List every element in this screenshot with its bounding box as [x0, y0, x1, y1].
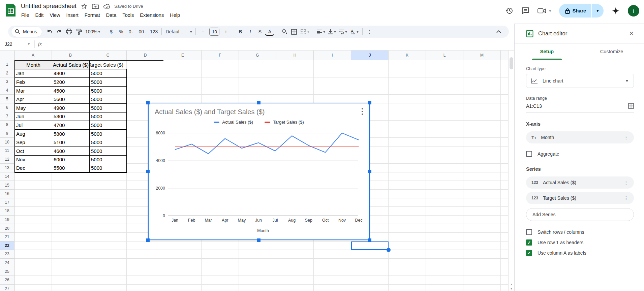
row-header-9[interactable]: 9 — [0, 129, 14, 138]
cell-C11[interactable]: 5000 — [89, 147, 127, 155]
series-options-icon[interactable]: ⋮ — [622, 195, 631, 201]
chart-resize-handle[interactable] — [146, 170, 150, 173]
row-header-3[interactable]: 3 — [0, 77, 14, 86]
close-icon[interactable]: ✕ — [628, 29, 635, 38]
row-header-1[interactable]: 1 — [0, 60, 14, 69]
row-header-14[interactable]: 14 — [0, 172, 14, 181]
menu-tools[interactable]: Tools — [119, 11, 137, 19]
zoom-select[interactable]: 100%▾ — [84, 27, 101, 36]
row-header-4[interactable]: 4 — [0, 86, 14, 95]
strikethrough-button[interactable]: S — [255, 27, 265, 36]
merge-cells-button[interactable]: ▾ — [299, 27, 310, 36]
series-options-icon[interactable]: ⋮ — [622, 180, 631, 185]
menu-extensions[interactable]: Extensions — [137, 11, 167, 19]
scrollbar-thumb[interactable] — [510, 57, 513, 69]
menu-view[interactable]: View — [47, 11, 63, 19]
decrease-decimals-button[interactable]: .0← — [126, 27, 136, 36]
cell-C5[interactable]: 5000 — [89, 95, 127, 103]
cell-C4[interactable]: 5000 — [89, 86, 127, 95]
undo-button[interactable] — [45, 27, 54, 36]
chart-resize-handle[interactable] — [368, 170, 371, 173]
share-button[interactable]: Share ▼ — [559, 4, 604, 18]
cell-B5[interactable]: 5600 — [52, 95, 89, 103]
cell-B1[interactable]: Actual Sales ($) — [52, 60, 89, 69]
borders-button[interactable] — [289, 27, 299, 36]
avatar[interactable]: I — [628, 5, 639, 17]
row-header-10[interactable]: 10 — [0, 138, 14, 147]
row-header-11[interactable]: 11 — [0, 147, 14, 155]
chart-more-options-icon[interactable] — [360, 107, 364, 116]
name-box[interactable]: J22▾ — [0, 41, 32, 47]
menu-edit[interactable]: Edit — [32, 11, 47, 19]
text-color-button[interactable]: A — [265, 28, 274, 36]
cell-A10[interactable]: Sep — [14, 138, 52, 147]
chart-resize-handle[interactable] — [146, 238, 150, 242]
row-header-20[interactable]: 20 — [0, 224, 14, 233]
embedded-chart[interactable]: 6000400020000JanFebMarAprMayJunJulAugSep… — [148, 103, 370, 240]
column-header-M[interactable]: M — [463, 51, 501, 60]
chart-type-caret-icon[interactable]: ▼ — [625, 79, 629, 83]
column-header-partial[interactable] — [501, 51, 508, 60]
cell-C7[interactable]: 5000 — [89, 112, 127, 121]
chart-resize-handle[interactable] — [257, 101, 260, 104]
active-cell-selection[interactable] — [351, 241, 389, 250]
italic-button[interactable]: I — [245, 27, 255, 36]
chart-resize-handle[interactable] — [368, 101, 371, 104]
column-header-A[interactable]: A — [14, 51, 52, 60]
move-to-folder-icon[interactable] — [92, 3, 99, 9]
gemini-sparkle-icon[interactable] — [612, 7, 620, 15]
name-box-caret-icon[interactable]: ▾ — [28, 42, 30, 46]
vertical-scrollbar[interactable]: ▲ ▼ — [508, 51, 514, 291]
text-wrap-button[interactable]: ▾ — [337, 27, 348, 36]
chart-resize-handle[interactable] — [257, 238, 260, 242]
tab-customize[interactable]: Customize — [579, 43, 644, 60]
cell-B6[interactable]: 4900 — [52, 103, 89, 112]
cell-B9[interactable]: 5800 — [52, 129, 89, 138]
menu-file[interactable]: File — [18, 11, 32, 19]
row-header-25[interactable]: 25 — [0, 267, 14, 276]
cell-C1[interactable]: Target Sales ($) — [89, 60, 163, 69]
cell-C2[interactable]: 5000 — [89, 69, 127, 78]
print-button[interactable] — [64, 27, 74, 36]
paint-format-button[interactable] — [74, 27, 84, 36]
row-header-21[interactable]: 21 — [0, 233, 14, 241]
cell-B10[interactable]: 5100 — [52, 138, 89, 147]
column-header-I[interactable]: I — [314, 51, 351, 60]
column-header-E[interactable]: E — [164, 51, 202, 60]
horizontal-align-button[interactable]: ▾ — [315, 27, 326, 36]
increase-font-size-button[interactable]: + — [221, 27, 231, 36]
cell-B11[interactable]: 4600 — [52, 147, 89, 155]
chart-resize-handle[interactable] — [368, 238, 371, 242]
document-title[interactable]: Untitled spreadsheet — [21, 3, 76, 10]
font-size-input[interactable]: 10 — [209, 28, 219, 36]
cell-B13[interactable]: 5500 — [52, 164, 89, 172]
x-axis-options-icon[interactable]: ⋮ — [622, 135, 631, 140]
saved-to-drive-cloud-icon[interactable] — [103, 4, 111, 9]
option-row-3[interactable]: ✓Use column A as labels — [526, 250, 634, 256]
aggregate-checkbox-row[interactable]: Aggregate — [526, 151, 634, 157]
meet-caret-icon[interactable]: ▾ — [549, 9, 551, 13]
tab-setup[interactable]: Setup — [515, 43, 579, 60]
menus-search-button[interactable]: Menus — [11, 27, 42, 37]
row-header-26[interactable]: 26 — [0, 276, 14, 285]
row-header-19[interactable]: 19 — [0, 216, 14, 224]
comments-icon[interactable] — [521, 7, 529, 15]
row-header-17[interactable]: 17 — [0, 198, 14, 207]
column-header-J[interactable]: J — [351, 51, 389, 60]
menu-insert[interactable]: Insert — [63, 11, 82, 19]
bold-button[interactable]: B — [236, 27, 245, 36]
row-header-22[interactable]: 22 — [0, 241, 14, 250]
collapse-toolbar-icon[interactable] — [494, 27, 503, 36]
row-header-6[interactable]: 6 — [0, 103, 14, 112]
cell-A8[interactable]: Jul — [14, 121, 52, 129]
select-range-grid-icon[interactable] — [628, 103, 634, 109]
select-all-corner[interactable] — [0, 51, 14, 60]
column-header-B[interactable]: B — [52, 51, 89, 60]
row-header-12[interactable]: 12 — [0, 155, 14, 164]
cell-C3[interactable]: 5000 — [89, 77, 127, 86]
column-header-F[interactable]: F — [202, 51, 239, 60]
row-header-15[interactable]: 15 — [0, 181, 14, 190]
text-rotation-button[interactable]: A ▾ — [349, 27, 360, 36]
option-checkbox[interactable]: ✓ — [526, 250, 532, 256]
column-header-C[interactable]: C — [89, 51, 127, 60]
